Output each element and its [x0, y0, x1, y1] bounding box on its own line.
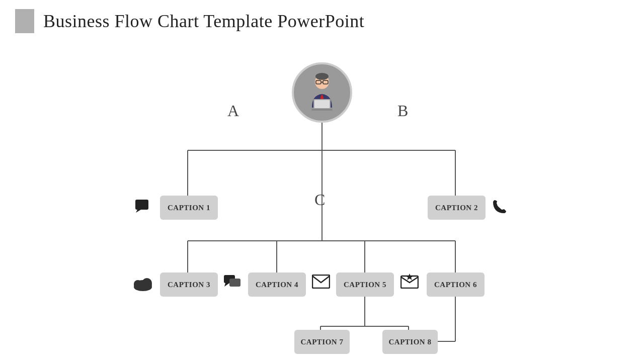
cloud-icon [133, 276, 153, 295]
label-b: B [397, 102, 408, 120]
svg-marker-37 [406, 274, 413, 280]
svg-point-17 [315, 73, 329, 80]
caption-3-box: CAPTION 3 [160, 273, 218, 297]
page-title: Business Flow Chart Template PowerPoint [43, 11, 364, 32]
caption-4-box: CAPTION 4 [248, 273, 306, 297]
caption-6-box: CAPTION 6 [427, 273, 485, 297]
speech-bubbles-icon [223, 275, 242, 293]
label-c: C [314, 191, 325, 209]
caption-8-text: CAPTION 8 [389, 338, 432, 346]
svg-rect-23 [314, 100, 330, 108]
phone-icon [492, 199, 507, 218]
caption-2-box: CAPTION 2 [428, 196, 486, 220]
svg-marker-32 [224, 283, 229, 287]
chat-icon [135, 199, 151, 217]
caption-1-text: CAPTION 1 [168, 204, 210, 212]
envelope-icon [312, 275, 330, 292]
header-accent [15, 9, 34, 33]
svg-rect-35 [312, 275, 330, 288]
caption-3-text: CAPTION 3 [168, 281, 210, 289]
caption-7-box: CAPTION 7 [294, 330, 350, 354]
header: Business Flow Chart Template PowerPoint [0, 0, 644, 42]
svg-point-30 [134, 283, 152, 291]
caption-2-text: CAPTION 2 [435, 204, 478, 212]
caption-7-text: CAPTION 7 [301, 338, 344, 346]
svg-marker-26 [136, 210, 141, 213]
caption-8-box: CAPTION 8 [382, 330, 438, 354]
caption-5-text: CAPTION 5 [344, 281, 386, 289]
caption-1-box: CAPTION 1 [160, 196, 218, 220]
person-icon [299, 70, 345, 115]
caption-6-text: CAPTION 6 [434, 281, 477, 289]
chart-area: A B C CAPTION 1 CAPTION 2 CAPTION 3 CAPT… [0, 42, 644, 362]
label-a: A [227, 102, 239, 120]
caption-4-text: CAPTION 4 [256, 281, 298, 289]
svg-rect-24 [311, 109, 333, 111]
envelope-star-icon [400, 274, 419, 292]
caption-5-box: CAPTION 5 [336, 273, 394, 297]
svg-rect-25 [135, 200, 148, 210]
avatar [292, 62, 352, 123]
